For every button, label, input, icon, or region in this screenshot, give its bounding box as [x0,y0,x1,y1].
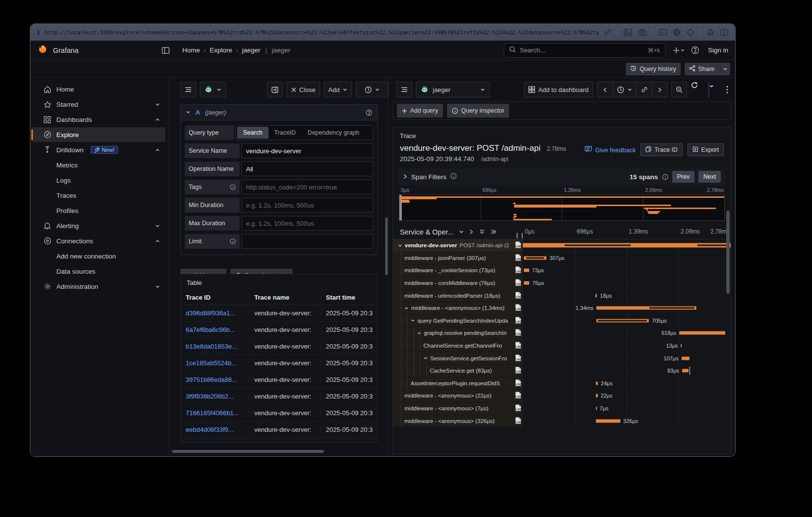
span-name-cell[interactable]: middleware - urlencodedParser (18μs)LOG [393,289,523,302]
span-timeline-cell[interactable]: 73μs [523,264,731,277]
span-timeline-cell[interactable] [523,239,731,252]
chevron-down-icon[interactable] [155,284,160,289]
span-duration-bar[interactable] [681,344,682,348]
trace-scrollbar[interactable] [726,211,730,294]
span-duration-bar[interactable] [682,356,690,360]
span-timeline-cell[interactable]: 705μs [523,315,731,328]
span-name-cell[interactable]: CacheService.get (83μs)LOG [393,365,523,377]
chevron-down-icon[interactable] [398,243,402,248]
logs-icon[interactable]: LOG [515,354,521,362]
export-button[interactable]: Export [688,143,724,156]
max-duration-field[interactable] [242,216,373,231]
collapse-all-icon[interactable] [491,228,496,236]
logs-icon[interactable]: LOG [515,266,521,275]
trace-id-link[interactable]: d396d88f936a1... [181,309,249,317]
sidebar-item-logs[interactable]: Logs [31,173,165,188]
span-name-cell[interactable]: SessionService.getSessionFroLOG [393,352,523,365]
refresh-icon[interactable] [691,82,709,97]
trace-id-button[interactable]: Trace ID [640,143,682,156]
service-operation-column-header[interactable]: Service & Oper... [400,228,454,236]
span-name-cell[interactable]: middleware - jsonParser (307μs)LOG [393,252,523,265]
span-timeline-cell[interactable]: 307μs [523,252,731,265]
logs-icon[interactable]: LOG [515,291,521,300]
query-list-icon[interactable] [396,82,412,97]
share-button[interactable]: Share [685,63,730,75]
screenshot-icon[interactable] [624,29,632,36]
logs-icon[interactable]: LOG [515,379,521,387]
give-feedback-link[interactable]: Give feedback [585,146,636,154]
chevron-right-icon[interactable] [403,173,407,181]
span-timeline-cell[interactable]: 83μs [523,365,731,377]
span-duration-bar[interactable] [596,319,649,322]
time-picker-button-left[interactable] [356,82,388,97]
prev-span-button[interactable]: Prev [672,171,695,183]
breadcrumb-page[interactable]: jaeger [242,47,261,54]
span-name-cell[interactable]: middleware - <anonymous> (22μs)LOG [393,390,523,402]
trace-minimap[interactable]: 0μs696μs1.39ms2.09ms2.78ms [399,187,725,221]
globe-icon[interactable] [673,28,681,36]
grafana-logo-icon[interactable] [37,44,48,57]
page-info-icon[interactable]: i [37,29,40,36]
span-duration-bar[interactable] [524,269,529,272]
next-span-button[interactable]: Next [698,171,721,183]
zoom-out-button[interactable] [671,82,687,97]
help-icon[interactable] [691,46,699,54]
span-name-cell[interactable]: middleware - <anonymous> (7μs)LOG [393,402,523,415]
span-filters-label[interactable]: Span Filters [411,173,446,181]
query-list-icon[interactable] [180,82,196,97]
query-info-icon[interactable] [366,109,372,116]
time-forward-button[interactable] [652,82,667,97]
span-timeline-cell[interactable]: 13μs [523,340,731,352]
span-name-cell[interactable]: middleware - <anonymous> (326μs)LOG [393,415,523,427]
min-duration-field[interactable] [242,198,373,212]
target-icon[interactable] [687,28,694,36]
logs-icon[interactable]: LOG [515,241,521,250]
span-timeline-cell[interactable]: 18μs [523,289,731,302]
trace-id-link[interactable]: eebd4d06f33f9... [181,426,249,433]
span-duration-bar[interactable] [596,419,620,423]
time-back-button[interactable] [597,82,613,97]
trace-id-link[interactable]: 1ce185ab5524b... [181,359,249,367]
sidebar-item-explore[interactable]: Explore [31,127,165,142]
sidebar-item-add-new-connection[interactable]: Add new connection [31,249,165,263]
trace-id-link[interactable]: 39751b86eda88... [181,376,249,383]
column-header-start-time[interactable]: Start time [321,294,377,301]
sidebar-item-profiles[interactable]: Profiles [31,203,165,218]
span-duration-bar[interactable] [596,381,598,385]
new-menu-button[interactable] [673,47,684,54]
span-timeline-cell[interactable]: 107μs [523,352,731,365]
horizontal-scrollbar[interactable] [172,450,324,453]
trace-id-link[interactable]: b13e8da01853e... [181,343,249,350]
sidebar-toggle-icon[interactable] [162,47,170,54]
logs-icon[interactable]: LOG [515,279,521,287]
chevron-down-icon[interactable] [459,228,464,236]
datasource-picker-right[interactable]: jaeger [416,82,490,97]
span-duration-bar[interactable] [596,394,597,398]
span-name-cell[interactable]: middleware - corsMiddleware (76μs)LOG [393,277,523,290]
query-type-tab-traceid[interactable]: TraceID [269,127,302,139]
logs-icon[interactable]: LOG [515,367,521,375]
query-ref-id[interactable]: A [196,109,200,116]
time-picker-button[interactable] [613,82,636,97]
chevron-down-icon[interactable] [155,223,160,229]
logs-icon[interactable]: LOG [515,304,521,312]
sidebar-item-connections[interactable]: Connections [31,234,165,248]
span-name-cell[interactable]: graphql.resolve pendingSearchInLOG [393,327,523,340]
split-pane-icon[interactable] [267,82,283,97]
add-to-dashboard-button[interactable]: Add to dashboard [524,82,593,97]
split-view-icon[interactable] [720,29,728,36]
run-query-caret[interactable] [709,82,721,97]
operation-name-field[interactable] [242,162,373,176]
sidebar-item-administration[interactable]: Administration [31,279,165,294]
sidebar-item-drilldown[interactable]: DrilldownNew! [31,142,165,157]
column-header-trace-id[interactable]: Trace ID [181,294,249,301]
trace-id-link[interactable]: 6a7ef6ba6c96b... [181,326,249,333]
logs-icon[interactable]: LOG [515,417,521,425]
limit-field[interactable] [242,234,373,249]
span-duration-bar[interactable] [679,331,725,335]
url-bar[interactable]: http://localhost:3200/explore?schemaVers… [45,29,599,36]
span-timeline-cell[interactable]: 22μs [523,390,731,402]
search-input[interactable]: Search... ⌘+k [504,43,665,58]
query-history-button[interactable]: Query history [626,63,680,75]
sign-in-link[interactable]: Sign in [708,47,728,54]
